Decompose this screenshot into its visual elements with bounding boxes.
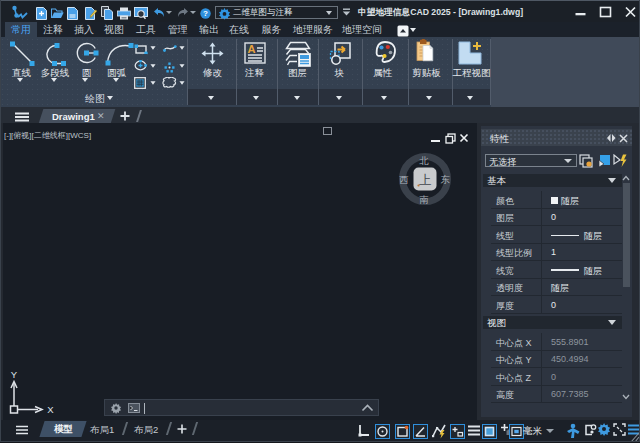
svg-text:南: 南 [419,194,429,205]
svg-text:A: A [248,43,256,55]
svg-text:北: 北 [419,155,429,166]
svg-text:上: 上 [419,173,432,187]
svg-text:?: ? [203,9,208,18]
svg-text:东: 东 [440,174,450,185]
svg-text:西: 西 [399,174,409,185]
svg-text:Y: Y [11,369,18,380]
svg-text:X: X [47,404,54,415]
